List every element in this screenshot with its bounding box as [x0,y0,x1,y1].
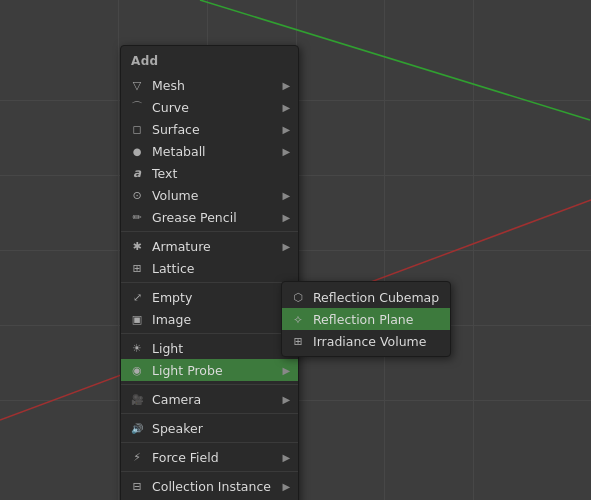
menu-item-image[interactable]: Image ▶ [121,308,298,330]
menu-item-metaball-label: Metaball [152,144,275,159]
armature-arrow: ▶ [282,241,290,252]
volume-arrow: ▶ [282,190,290,201]
menu-item-grease-pencil-label: Grease Pencil [152,210,275,225]
grease-pencil-arrow: ▶ [282,212,290,223]
irradiance-volume-icon [290,333,306,349]
force-field-arrow: ▶ [282,452,290,463]
menu-item-armature[interactable]: Armature ▶ [121,235,298,257]
collection-icon [129,478,145,494]
add-menu-container: Add Mesh ▶ Curve ▶ Surface ▶ Metaball ▶ [120,45,299,500]
lattice-icon [129,260,145,276]
camera-icon [129,391,145,407]
menu-item-light-probe-label: Light Probe [152,363,275,378]
menu-item-surface[interactable]: Surface ▶ [121,118,298,140]
grease-pencil-icon [129,209,145,225]
menu-title: Add [121,50,298,74]
divider-6 [121,442,298,443]
menu-item-light-probe[interactable]: Light Probe ▶ [121,359,298,381]
divider-2 [121,282,298,283]
menu-item-light[interactable]: Light [121,337,298,359]
add-context-menu: Add Mesh ▶ Curve ▶ Surface ▶ Metaball ▶ [120,45,299,500]
submenu-item-reflection-plane-label: Reflection Plane [313,312,442,327]
menu-item-force-field-label: Force Field [152,450,275,465]
menu-item-empty[interactable]: Empty ▶ [121,286,298,308]
divider-7 [121,471,298,472]
menu-item-lattice[interactable]: Lattice [121,257,298,279]
submenu-item-reflection-cubemap-label: Reflection Cubemap [313,290,442,305]
volume-icon [129,187,145,203]
collection-instance-arrow: ▶ [282,481,290,492]
menu-item-armature-label: Armature [152,239,275,254]
menu-item-collection-instance[interactable]: Collection Instance ▶ [121,475,298,497]
mesh-icon [129,77,145,93]
submenu-item-reflection-plane[interactable]: Reflection Plane [282,308,450,330]
text-icon [129,165,145,181]
submenu-item-irradiance-volume[interactable]: Irradiance Volume [282,330,450,352]
surface-arrow: ▶ [282,124,290,135]
menu-item-light-label: Light [152,341,290,356]
camera-arrow: ▶ [282,394,290,405]
light-probe-icon [129,362,145,378]
menu-item-metaball[interactable]: Metaball ▶ [121,140,298,162]
force-field-icon [129,449,145,465]
armature-icon [129,238,145,254]
menu-item-volume[interactable]: Volume ▶ [121,184,298,206]
divider-4 [121,384,298,385]
submenu-item-irradiance-volume-label: Irradiance Volume [313,334,442,349]
divider-1 [121,231,298,232]
menu-item-grease-pencil[interactable]: Grease Pencil ▶ [121,206,298,228]
metaball-icon [129,143,145,159]
menu-item-collection-instance-label: Collection Instance [152,479,275,494]
curve-arrow: ▶ [282,102,290,113]
menu-item-camera-label: Camera [152,392,275,407]
divider-3 [121,333,298,334]
menu-item-surface-label: Surface [152,122,275,137]
submenu-item-reflection-cubemap[interactable]: Reflection Cubemap [282,286,450,308]
menu-item-lattice-label: Lattice [152,261,290,276]
divider-5 [121,413,298,414]
menu-item-curve-label: Curve [152,100,275,115]
menu-item-mesh-label: Mesh [152,78,275,93]
menu-item-text[interactable]: Text [121,162,298,184]
curve-icon [129,99,145,115]
surface-icon [129,121,145,137]
menu-item-mesh[interactable]: Mesh ▶ [121,74,298,96]
reflection-plane-icon [290,311,306,327]
light-probe-arrow: ▶ [282,365,290,376]
empty-icon [129,289,145,305]
menu-item-force-field[interactable]: Force Field ▶ [121,446,298,468]
menu-item-speaker-label: Speaker [152,421,290,436]
light-probe-submenu: Reflection Cubemap Reflection Plane Irra… [281,281,451,357]
menu-item-speaker[interactable]: Speaker [121,417,298,439]
image-icon [129,311,145,327]
menu-item-empty-label: Empty [152,290,275,305]
menu-item-image-label: Image [152,312,275,327]
menu-item-camera[interactable]: Camera ▶ [121,388,298,410]
speaker-icon [129,420,145,436]
menu-item-curve[interactable]: Curve ▶ [121,96,298,118]
mesh-arrow: ▶ [282,80,290,91]
menu-item-volume-label: Volume [152,188,275,203]
light-icon [129,340,145,356]
cubemap-icon [290,289,306,305]
menu-item-text-label: Text [152,166,290,181]
metaball-arrow: ▶ [282,146,290,157]
